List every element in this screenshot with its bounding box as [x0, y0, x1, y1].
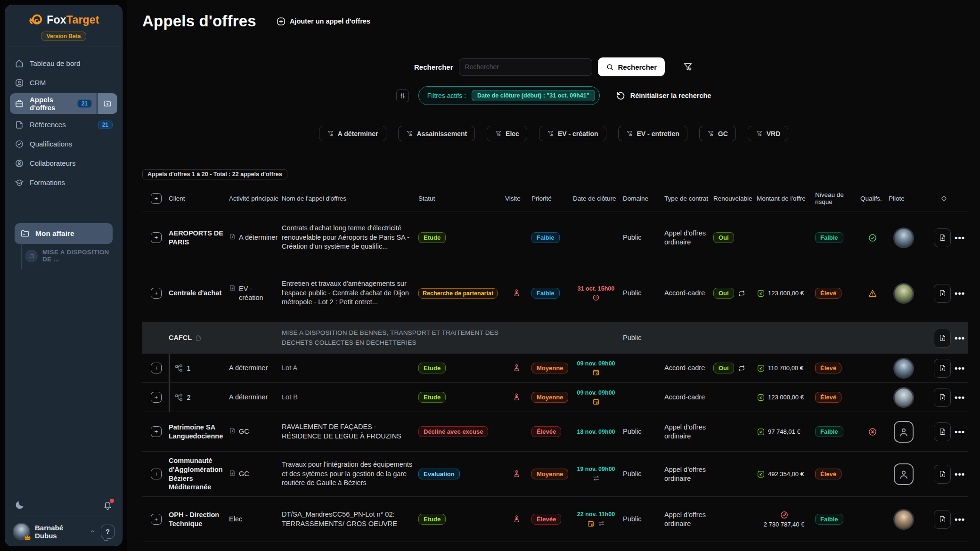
expand-row-button[interactable] [151, 469, 162, 479]
expand-row-button[interactable] [151, 426, 162, 437]
col-nom[interactable]: Nom de l'appel d'offres [282, 193, 418, 204]
filter-button-gc[interactable]: GC [699, 126, 736, 141]
client-name[interactable]: Patrimoine SA Languedocienne [169, 423, 223, 440]
client-name[interactable]: AEROPORTS DE PARIS [169, 229, 223, 246]
expand-row-button[interactable] [151, 392, 162, 403]
app-title: FoxTarget [47, 14, 99, 26]
activity-label: GC [239, 470, 249, 478]
expand-row-button[interactable] [151, 288, 162, 299]
user-menu[interactable]: Barnabé Dubus ? [13, 517, 114, 540]
col-statut[interactable]: Statut [418, 193, 505, 204]
tender-name[interactable]: Travaux pour l'intégration des équipemen… [282, 461, 412, 486]
row-menu-button[interactable]: ••• [954, 426, 966, 438]
client-name[interactable]: Centrale d'achat [169, 289, 221, 297]
col-date-cloture[interactable]: Date de clôture [573, 193, 623, 204]
sidebar-item-affaire-child[interactable]: MISE A DISPOSITION DE ... [25, 249, 113, 263]
col-qualifs[interactable]: Qualifs. [860, 193, 889, 204]
document-action-button[interactable] [934, 329, 951, 348]
table-row: Communauté d'Agglomération Béziers Médit… [142, 451, 968, 496]
pilot-placeholder-icon[interactable] [894, 421, 914, 443]
row-menu-button[interactable]: ••• [954, 232, 966, 244]
expand-row-button[interactable] [151, 232, 162, 243]
diamond-icon[interactable] [923, 193, 968, 204]
col-activite[interactable]: Activité principale [229, 193, 282, 204]
tree-connector-line [21, 243, 22, 269]
document-action-button[interactable] [934, 510, 951, 529]
pilot-avatar[interactable] [893, 283, 914, 304]
col-montant[interactable]: Montant de l'offre [757, 193, 815, 204]
document-action-button[interactable] [934, 284, 951, 303]
client-name[interactable]: Communauté d'Agglomération Béziers Médit… [169, 457, 223, 491]
col-niveau-risque[interactable]: Niveau de risque [815, 189, 860, 207]
sliders-icon[interactable] [396, 89, 409, 102]
expand-all-button[interactable] [151, 193, 162, 204]
add-folder-button[interactable] [98, 93, 117, 114]
search-input[interactable] [459, 58, 592, 76]
expand-row-button[interactable] [151, 514, 162, 525]
lot-number: 2 [187, 394, 191, 401]
active-filter-chip[interactable]: Filtres actifs : Date de clôture (début)… [418, 86, 600, 105]
document-action-button[interactable] [934, 388, 951, 407]
status-badge: Etude [418, 514, 446, 525]
table-header: Client Activité principale Nom de l'appe… [142, 186, 968, 211]
col-visite[interactable]: Visite [505, 193, 531, 204]
add-tender-button[interactable]: Ajouter un appel d'offres [276, 16, 370, 26]
filter-button-elec[interactable]: Elec [487, 126, 527, 141]
sidebar-item-tableau-de-bord[interactable]: Tableau de bord [10, 54, 117, 73]
help-button[interactable]: ? [101, 525, 114, 539]
filter-funnel-button[interactable] [683, 62, 693, 72]
tender-name[interactable]: DT/SA_MandresCC56_PN-Lot n° 02: TERRASSE… [282, 510, 397, 527]
filter-button-ev-creation[interactable]: EV - création [539, 126, 606, 141]
document-action-button[interactable] [934, 465, 951, 484]
pilot-avatar[interactable] [893, 358, 914, 379]
sidebar-item-references[interactable]: Références 21 [10, 115, 117, 134]
reset-search-button[interactable]: Réinitialiser la recherche [616, 91, 711, 101]
notifications-button[interactable] [103, 500, 113, 510]
pilot-avatar[interactable] [893, 387, 914, 408]
pilot-avatar[interactable] [893, 509, 914, 530]
filter-button-ev-entretien[interactable]: EV - entretien [618, 126, 687, 141]
tender-name[interactable]: MISE A DISPOSITION DE BENNES, TRANSPORT … [282, 329, 498, 346]
client-name[interactable]: CAFCL [169, 333, 192, 342]
sidebar-item-qualifications[interactable]: Qualifications [10, 134, 117, 154]
client-name[interactable]: OPH - Direction Technique [169, 511, 219, 527]
col-domaine[interactable]: Domaine [623, 193, 664, 204]
references-count-badge: 21 [98, 121, 113, 129]
filter-button-assainissement[interactable]: Assainissement [398, 126, 475, 141]
row-menu-button[interactable]: ••• [954, 391, 966, 404]
col-pilote[interactable]: Pilote [889, 193, 923, 204]
sidebar-item-crm[interactable]: CRM [10, 73, 117, 92]
col-priorite[interactable]: Priorité [531, 193, 573, 204]
dark-mode-toggle[interactable] [15, 500, 25, 510]
pilot-placeholder-icon[interactable] [894, 463, 914, 485]
col-renouvelable[interactable]: Renouvelable [713, 193, 757, 204]
row-menu-button[interactable]: ••• [954, 513, 966, 526]
document-action-button[interactable] [934, 228, 951, 247]
expand-row-button[interactable] [151, 363, 162, 373]
row-menu-button[interactable]: ••• [954, 468, 966, 480]
tender-name[interactable]: RAVALEMENT DE FAÇADES - RÉSIDENCE DE LEG… [282, 423, 401, 440]
col-type-contrat[interactable]: Type de contrat [664, 193, 713, 204]
calendar-icon [587, 520, 595, 527]
sidebar-item-collaborateurs[interactable]: Collaborateurs [10, 154, 117, 173]
document-action-button[interactable] [934, 422, 951, 441]
sidebar-item-mon-affaire[interactable]: Mon affaire [15, 223, 113, 244]
tree-indent-line [169, 354, 170, 382]
filter-button-a-determiner[interactable]: A déterminer [319, 126, 386, 141]
filter-button-vrd[interactable]: VRD [748, 126, 789, 141]
pilot-avatar[interactable] [893, 227, 914, 248]
file-plus-icon [229, 470, 236, 477]
col-client[interactable]: Client [169, 193, 229, 204]
tender-name[interactable]: Lot B [282, 393, 298, 401]
search-button[interactable]: Rechercher [598, 57, 665, 76]
row-menu-button[interactable]: ••• [954, 362, 966, 374]
tender-name[interactable]: Lot A [282, 364, 297, 372]
row-menu-button[interactable]: ••• [954, 332, 966, 344]
tender-name[interactable]: Entretien et travaux d'aménagements sur … [282, 280, 409, 306]
row-menu-button[interactable]: ••• [954, 287, 966, 300]
document-action-button[interactable] [934, 359, 951, 378]
domain-label: Public [623, 515, 642, 523]
sidebar-item-appels-doffres[interactable]: Appels d'offres 21 [10, 93, 117, 114]
sidebar-item-formations[interactable]: Formations [10, 173, 117, 192]
tender-name[interactable]: Contrats d'achat long terme d'électricit… [282, 224, 409, 250]
